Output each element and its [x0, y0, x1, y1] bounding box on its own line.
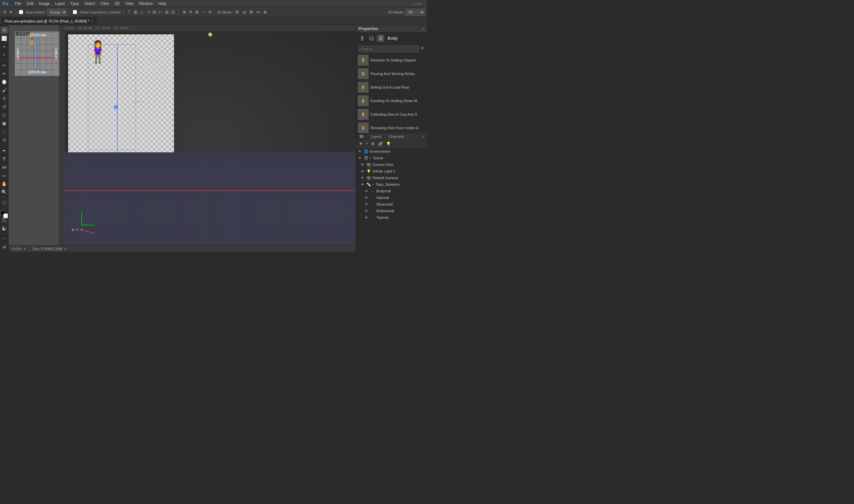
layer-env[interactable]: 👁 🌐 Environment: [356, 148, 427, 155]
layer-bottom-eye[interactable]: 👁: [364, 208, 369, 214]
orbit-icon[interactable]: ⊕: [71, 228, 74, 232]
anim-item-6[interactable]: 🧍 Revealing Dice From Under A: [356, 121, 427, 133]
tab-channels[interactable]: Channels: [385, 133, 407, 140]
anim-item-3[interactable]: 🧍 Belting Out A Load Roar: [356, 80, 427, 94]
anim-item-5[interactable]: 🧍 Collecting Dice In Cup And S: [356, 108, 427, 121]
tab-layers[interactable]: Layers: [367, 133, 385, 140]
history-brush-tool[interactable]: ↺: [1, 103, 8, 110]
menu-help[interactable]: Help: [155, 0, 169, 7]
crop-tool[interactable]: ✂: [1, 62, 8, 69]
swap-arrows[interactable]: ⇄: [1, 243, 8, 251]
align-right-icon[interactable]: ⊢: [158, 9, 163, 15]
align-center-h-icon[interactable]: ⊟: [152, 9, 157, 15]
move-tool-arrow[interactable]: ▾: [9, 9, 13, 15]
3d-mode-icon3[interactable]: ✜: [248, 9, 254, 15]
skel-expand-arrow[interactable]: ▾: [372, 183, 374, 186]
doc-arrow[interactable]: ▸: [65, 247, 67, 251]
move-tool-icon[interactable]: ✛: [2, 9, 7, 15]
scene-expand-arrow[interactable]: ▾: [370, 156, 371, 160]
select-rect-tool[interactable]: ⬜: [1, 35, 8, 42]
gradient-tool[interactable]: ▣: [1, 120, 8, 127]
menu-edit[interactable]: Edit: [24, 0, 36, 7]
menu-image[interactable]: Image: [36, 0, 52, 7]
body-pose-icon[interactable]: [359, 35, 366, 42]
auto-select-checkbox[interactable]: [19, 10, 23, 14]
properties-menu-icon[interactable]: ≡: [422, 27, 424, 31]
layer-scene-eye[interactable]: 👁: [357, 155, 363, 161]
link-layer-icon[interactable]: 🔗: [377, 141, 384, 147]
align-top-icon[interactable]: ⊤: [126, 9, 132, 15]
menu-layer[interactable]: Layer: [53, 0, 68, 7]
menu-type[interactable]: Type: [68, 0, 82, 7]
lasso-tool[interactable]: ⌖: [1, 43, 8, 50]
move-tool[interactable]: ✛: [1, 26, 8, 34]
align-left-icon[interactable]: ⊣: [145, 9, 151, 15]
blur-tool[interactable]: ◌: [1, 128, 8, 135]
document-tab[interactable]: Pixie pre-animation.psd @ 70.2% (Pixie_1…: [1, 17, 97, 25]
eraser-tool[interactable]: ◻: [1, 111, 8, 119]
tab-3d[interactable]: 3D: [356, 133, 367, 140]
layer-skel-eye[interactable]: 👁: [360, 182, 365, 187]
menu-filter[interactable]: Filter: [98, 0, 112, 7]
zoom-arrow[interactable]: ▸: [24, 247, 26, 251]
thumb-collapse-btn[interactable]: –: [16, 32, 19, 36]
tab-close-btn[interactable]: ×: [91, 19, 93, 23]
layer-cam-eye[interactable]: 👁: [360, 175, 365, 180]
align-bottom-icon[interactable]: ⊥: [139, 9, 144, 15]
layer-shoesmat[interactable]: 👁 ▫ Shoesmat: [356, 201, 427, 208]
brush-tool[interactable]: 🖌: [1, 87, 8, 94]
layer-hair-eye[interactable]: 👁: [364, 195, 369, 200]
3d-mode-dropdown[interactable]: 3D: [405, 8, 425, 16]
distribute-icon[interactable]: ⊞: [164, 9, 170, 15]
zoom-tool[interactable]: 🔍: [1, 188, 8, 196]
prop-search-input[interactable]: [359, 46, 419, 52]
anim-item-2[interactable]: 🧍 Pouring And Serving Drinks: [356, 67, 427, 80]
menu-file[interactable]: File: [12, 0, 24, 7]
3d-pan-icon[interactable]: ✛: [188, 9, 193, 15]
layer-top-eye[interactable]: 👁: [364, 215, 369, 220]
layer-panel-menu[interactable]: ≡: [420, 133, 427, 140]
3d-orbit-icon[interactable]: ↔: [201, 9, 207, 15]
path-select-tool[interactable]: ⋈: [1, 164, 8, 171]
layer-shoes-eye[interactable]: 👁: [364, 202, 369, 207]
delete-layer-icon[interactable]: 🗑: [370, 141, 376, 147]
menu-view[interactable]: View: [122, 0, 136, 7]
layer-hairmat[interactable]: 👁 ▫ Hairmat: [356, 194, 427, 201]
3d-tool[interactable]: ⬡: [1, 199, 8, 206]
layer-scene[interactable]: 👁 🎬 ▾ Scene: [356, 155, 427, 161]
thumb-camera-btn[interactable]: 📷: [20, 32, 25, 36]
show-transform-checkbox[interactable]: [73, 10, 77, 14]
heal-tool[interactable]: ⌚: [1, 78, 8, 86]
layer-infinite-light[interactable]: 👁 💡 Infinite Light 1: [356, 168, 427, 175]
auto-select-dropdown[interactable]: Group Layer: [47, 8, 67, 16]
shape-tool[interactable]: ▭: [1, 172, 8, 179]
layer-view-eye[interactable]: 👁: [360, 162, 365, 167]
layer-env-eye[interactable]: 👁: [357, 149, 363, 154]
color-swatch[interactable]: [1, 211, 8, 214]
menu-select[interactable]: Select: [82, 0, 98, 7]
menu-3d[interactable]: 3D: [112, 0, 122, 7]
text-tool[interactable]: T: [1, 155, 8, 163]
body-icon[interactable]: [377, 35, 384, 42]
light-icon[interactable]: 💡: [385, 141, 392, 147]
3d-mode-icon5[interactable]: ⊕: [262, 9, 268, 15]
align-center-v-icon[interactable]: ⊞: [133, 9, 138, 15]
pen-tool[interactable]: ✒: [1, 147, 8, 154]
pan-icon[interactable]: ✛: [76, 228, 79, 232]
background-color[interactable]: [3, 214, 8, 218]
layer-bodymat[interactable]: 👁 ▫ Bodymat: [356, 188, 427, 194]
3d-mode-icon1[interactable]: ⚙: [234, 9, 240, 15]
thumb-expand-btn[interactable]: □: [26, 32, 30, 36]
dodge-tool[interactable]: ⊙: [1, 136, 8, 143]
layer-default-camera[interactable]: 👁 📷 Default Camera: [356, 175, 427, 181]
3d-rotate-icon[interactable]: ⊕: [181, 9, 187, 15]
anim-item-4[interactable]: 🧍 Kneeling To Holding Down M: [356, 94, 427, 108]
distribute2-icon[interactable]: ⊡: [170, 9, 176, 15]
add-layer-icon[interactable]: +: [365, 141, 369, 147]
prop-settings-icon[interactable]: ⚙: [420, 46, 424, 52]
3d-zoom-icon[interactable]: ⊗: [194, 9, 200, 15]
3d-mode-icon2[interactable]: ◎: [241, 9, 247, 15]
layer-body-eye[interactable]: 👁: [364, 188, 369, 194]
3d-roll-icon[interactable]: ↻: [207, 9, 213, 15]
layer-current-view[interactable]: 👁 📷 Current View: [356, 161, 427, 168]
